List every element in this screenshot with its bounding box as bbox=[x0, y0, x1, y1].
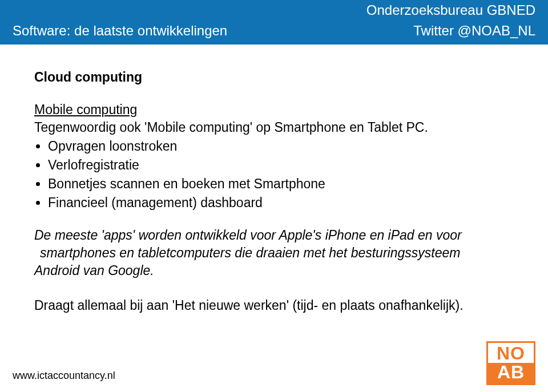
logo-top-text: NO bbox=[486, 341, 535, 363]
logo-bottom-text: AB bbox=[486, 363, 535, 385]
subheading-mobile: Mobile computing bbox=[34, 101, 514, 119]
footer-url: www.ictaccountancy.nl bbox=[13, 370, 115, 382]
header-bar: Onderzoeksbureau GBNED Software: de laat… bbox=[0, 0, 548, 45]
content-area: Cloud computing Mobile computing Tegenwo… bbox=[0, 45, 548, 315]
list-item: Financieel (management) dashboard bbox=[48, 194, 514, 212]
bullet-list: Opvragen loonstroken Verlofregistratie B… bbox=[34, 138, 514, 212]
header-org: Onderzoeksbureau GBNED bbox=[13, 0, 535, 18]
italic-line: De meeste 'apps' worden ontwikkeld voor … bbox=[34, 228, 462, 243]
italic-line: Android van Google. bbox=[34, 263, 154, 278]
list-item: Opvragen loonstroken bbox=[48, 138, 514, 155]
italic-line: smartphones en tabletcomputers die draai… bbox=[40, 245, 460, 260]
page-title: Cloud computing bbox=[34, 68, 514, 86]
list-item: Verlofregistratie bbox=[48, 156, 514, 174]
slide: Onderzoeksbureau GBNED Software: de laat… bbox=[0, 0, 548, 392]
conclusion-text: Draagt allemaal bij aan 'Het nieuwe werk… bbox=[34, 297, 514, 314]
header-title: Software: de laatste ontwikkelingen bbox=[13, 23, 227, 39]
header-twitter: Twitter @NOAB_NL bbox=[413, 23, 535, 39]
list-item: Bonnetjes scannen en boeken met Smartpho… bbox=[48, 175, 514, 193]
header-row: Software: de laatste ontwikkelingen Twit… bbox=[13, 18, 535, 39]
mobile-intro: Tegenwoordig ook 'Mobile computing' op S… bbox=[34, 119, 514, 136]
italic-paragraph: De meeste 'apps' worden ontwikkeld voor … bbox=[34, 227, 514, 280]
noab-logo: NO AB bbox=[486, 341, 535, 385]
